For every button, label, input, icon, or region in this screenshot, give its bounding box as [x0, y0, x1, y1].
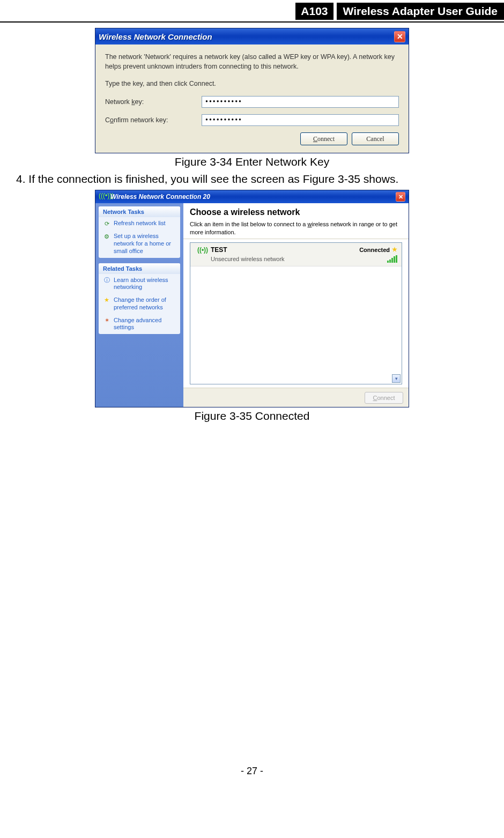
dialog-title-text: Wireless Network Connection [99, 32, 394, 41]
page-number: - 27 - [0, 766, 504, 777]
network-tasks-heading: Network Tasks [99, 206, 180, 217]
sidebar: Network Tasks ⟳ Refresh network list ⚙ S… [95, 203, 183, 407]
confirm-key-input[interactable] [202, 114, 399, 126]
header-title: Wireless Adapter User Guide [337, 3, 504, 20]
figure-reference: Figure 3-35 [303, 173, 360, 185]
close-icon[interactable]: ✕ [394, 31, 405, 42]
network-security-status: Unsecured wireless network [211, 256, 359, 262]
network-setup-icon: ⚙ [103, 233, 110, 240]
change-order-link[interactable]: ★ Change the order of preferred networks [99, 294, 180, 314]
network-connected-status: Connected ★ [359, 246, 397, 253]
cancel-button[interactable]: Cancel [352, 132, 399, 145]
page-header: A103 Wireless Adapter User Guide [0, 2, 504, 20]
dialog-title-text: Wireless Network Connection 20 [110, 193, 396, 201]
connect-button-disabled: Connect [365, 392, 403, 404]
wireless-connection-dialog: (((•))) Wireless Network Connection 20 ✕… [95, 190, 409, 407]
refresh-network-list-link[interactable]: ⟳ Refresh network list [99, 217, 180, 230]
close-icon[interactable]: ✕ [396, 192, 405, 202]
dialog-intro-text: The network 'Network' requires a network… [105, 52, 399, 71]
confirm-key-label: Confirm network key: [105, 116, 202, 124]
network-tasks-group: Network Tasks ⟳ Refresh network list ⚙ S… [99, 206, 180, 257]
star-icon: ★ [103, 296, 110, 304]
header-model-badge: A103 [295, 3, 333, 20]
figure-caption-1: Figure 3-34 Enter Network Key [0, 155, 504, 168]
related-tasks-heading: Related Tasks [99, 263, 180, 274]
antenna-icon: (((•))) [99, 192, 107, 201]
antenna-icon: ((•)) [195, 246, 211, 263]
main-panel: Choose a wireless network Click an item … [183, 203, 409, 407]
network-name: TEST [211, 246, 359, 254]
learn-wireless-link[interactable]: ⓘ Learn about wireless networking [99, 274, 180, 294]
dialog-titlebar[interactable]: (((•))) Wireless Network Connection 20 ✕ [95, 190, 409, 203]
related-tasks-group: Related Tasks ⓘ Learn about wireless net… [99, 263, 180, 335]
network-key-input[interactable] [202, 96, 399, 108]
info-icon: ⓘ [103, 277, 110, 284]
dialog-prompt-text: Type the key, and then click Connect. [105, 79, 399, 88]
figure-caption-2: Figure 3-35 Connected [0, 410, 504, 422]
network-item-test[interactable]: ((•)) TEST Unsecured wireless network Co… [190, 243, 402, 266]
step-4-text: 4. If the connection is finished, you wi… [16, 173, 504, 186]
network-list[interactable]: ((•)) TEST Unsecured wireless network Co… [190, 242, 402, 384]
gear-icon: ✶ [103, 317, 110, 324]
signal-strength-icon [359, 255, 397, 263]
network-key-label: Network key: [105, 98, 202, 106]
setup-wireless-network-link[interactable]: ⚙ Set up a wireless network for a home o… [99, 230, 180, 257]
header-rule [0, 21, 504, 23]
dialog-titlebar[interactable]: Wireless Network Connection ✕ [95, 28, 409, 45]
network-key-dialog: Wireless Network Connection ✕ The networ… [95, 28, 409, 153]
refresh-icon: ⟳ [103, 220, 110, 227]
connect-button[interactable]: Connect [300, 132, 347, 145]
scroll-down-icon[interactable]: ▾ [392, 374, 401, 383]
favorite-star-icon: ★ [392, 246, 397, 253]
choose-network-heading: Choose a wireless network [190, 207, 402, 217]
choose-network-intro: Click an item in the list below to conne… [190, 220, 402, 236]
advanced-settings-link[interactable]: ✶ Change advanced settings [99, 314, 180, 335]
